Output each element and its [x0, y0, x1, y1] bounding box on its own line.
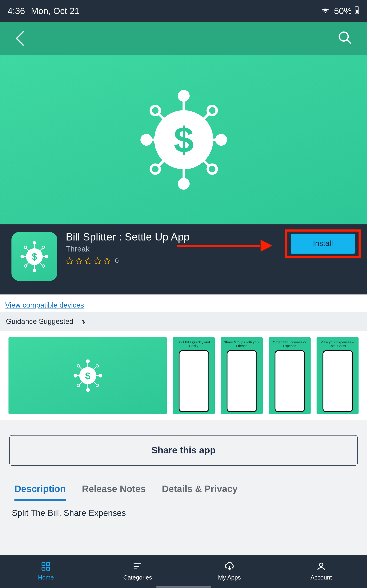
svg-point-18 [151, 165, 160, 174]
star-icon [84, 257, 92, 265]
svg-point-6 [178, 90, 189, 102]
svg-text:$: $ [174, 120, 194, 160]
svg-rect-61 [42, 567, 45, 570]
svg-point-52 [96, 364, 98, 367]
tab-details-privacy[interactable]: Details & Privacy [162, 478, 238, 501]
app-hero-icon: $ [135, 86, 232, 193]
svg-line-37 [27, 262, 29, 265]
battery-percent: 50% [334, 6, 352, 16]
nav-account[interactable]: Account [275, 561, 367, 581]
app-info-row: $ Bill Splitter : Settle Up App Threak 0… [0, 225, 367, 294]
guidance-row[interactable]: Guidance Suggested › [0, 312, 367, 331]
user-icon [315, 561, 327, 571]
svg-rect-59 [42, 562, 45, 565]
tab-description[interactable]: Description [15, 478, 66, 501]
compatible-devices-link[interactable]: View compatible devices [5, 301, 84, 309]
annotation-highlight: Install [285, 229, 361, 258]
svg-point-12 [215, 134, 227, 146]
hero-banner: $ [0, 55, 367, 225]
svg-point-54 [77, 384, 79, 387]
svg-point-46 [73, 374, 77, 378]
svg-point-50 [77, 364, 79, 367]
svg-point-28 [21, 255, 24, 258]
svg-line-19 [158, 160, 164, 166]
svg-point-67 [319, 563, 323, 566]
developer-name[interactable]: Threak [66, 245, 190, 254]
tab-release-notes[interactable]: Release Notes [82, 478, 146, 501]
svg-point-36 [24, 265, 27, 267]
annotation-arrow [177, 242, 272, 250]
description-text: Split The Bill, Share Expenses [0, 502, 367, 518]
status-date: Mon, Oct 21 [31, 6, 80, 16]
svg-point-20 [208, 165, 217, 174]
svg-line-57 [94, 382, 96, 384]
star-icon [66, 257, 73, 265]
svg-point-56 [96, 384, 98, 387]
svg-line-17 [203, 114, 209, 120]
rating-stars[interactable]: 0 [66, 257, 190, 265]
detail-tabs: Description Release Notes Details & Priv… [0, 478, 367, 502]
app-title: Bill Splitter : Settle Up App [66, 231, 190, 243]
svg-point-30 [45, 255, 48, 258]
search-icon[interactable] [337, 30, 353, 47]
screenshot-1[interactable]: Split Bills Quickly and Easily [173, 337, 215, 414]
nav-home[interactable]: Home [0, 561, 92, 581]
svg-point-24 [33, 241, 36, 244]
chevron-right-icon: › [82, 316, 85, 328]
rating-count: 0 [115, 257, 119, 265]
svg-point-38 [42, 265, 45, 267]
svg-point-16 [208, 106, 217, 115]
svg-rect-62 [47, 567, 50, 570]
grid-icon [40, 561, 52, 571]
svg-text:$: $ [32, 251, 37, 262]
svg-line-53 [94, 367, 96, 369]
battery-icon [354, 6, 359, 16]
svg-line-55 [79, 382, 82, 384]
store-header [0, 22, 367, 55]
svg-line-51 [79, 367, 82, 369]
svg-line-33 [27, 248, 29, 250]
svg-line-15 [158, 114, 164, 120]
svg-point-32 [24, 246, 27, 248]
svg-text:$: $ [85, 370, 90, 381]
compat-row: View compatible devices [0, 294, 367, 312]
install-button[interactable]: Install [291, 234, 355, 254]
list-icon [132, 561, 144, 571]
svg-point-14 [151, 106, 160, 115]
wifi-icon [321, 5, 330, 17]
screenshot-2[interactable]: Share Groups with your Friends [221, 337, 263, 414]
star-icon [103, 257, 111, 265]
status-time: 4:36 [8, 6, 25, 16]
svg-point-34 [42, 246, 45, 248]
svg-point-26 [33, 268, 36, 272]
svg-point-10 [140, 134, 152, 146]
screenshot-hero[interactable]: $ [8, 337, 167, 414]
svg-point-8 [178, 178, 189, 190]
nav-myapps[interactable]: My Apps [184, 561, 275, 581]
svg-point-48 [98, 374, 102, 378]
svg-line-35 [40, 248, 42, 250]
home-indicator[interactable] [156, 586, 211, 588]
svg-point-3 [339, 32, 348, 41]
svg-rect-60 [47, 562, 50, 565]
svg-line-39 [40, 262, 42, 265]
svg-point-42 [86, 359, 90, 363]
screenshot-3[interactable]: Organized Incomes or Expense [269, 337, 311, 414]
svg-line-4 [347, 40, 351, 44]
guidance-label: Guidance Suggested [6, 317, 73, 326]
app-icon: $ [11, 232, 57, 281]
star-icon [94, 257, 101, 265]
nav-categories[interactable]: Categories [92, 561, 184, 581]
status-bar: 4:36 Mon, Oct 21 50% [0, 0, 367, 22]
back-icon[interactable] [18, 31, 27, 47]
svg-rect-2 [356, 6, 358, 6]
screenshots-row[interactable]: $ Split Bills Quickly and Easily Share G… [0, 331, 367, 420]
svg-rect-1 [356, 10, 358, 13]
share-button[interactable]: Share this app [9, 435, 358, 466]
bottom-nav: Home Categories My Apps Account [0, 555, 367, 588]
svg-line-21 [203, 160, 209, 166]
svg-point-44 [86, 388, 90, 392]
star-icon [75, 257, 83, 265]
screenshot-4[interactable]: View your Expenses & Total Costs [317, 337, 359, 414]
cloud-download-icon [223, 561, 235, 571]
